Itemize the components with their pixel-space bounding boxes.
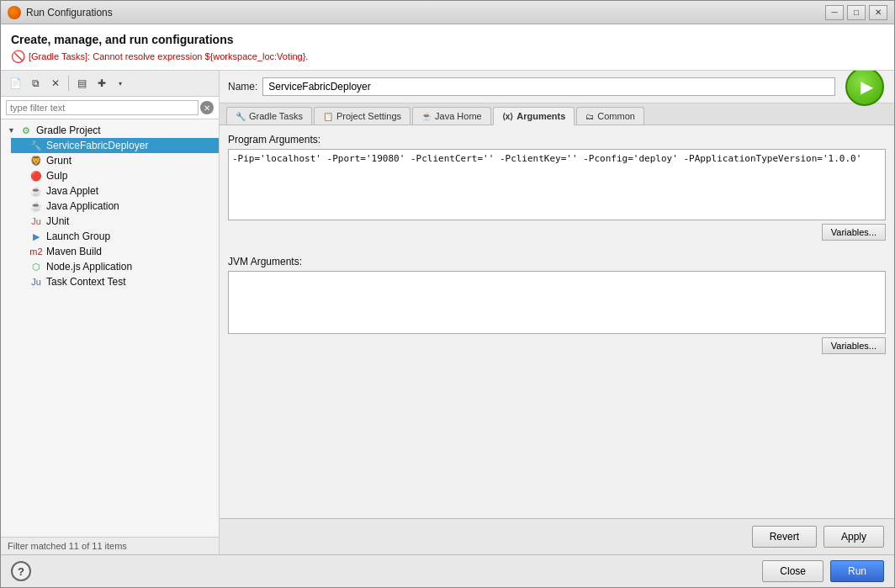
tree-item-task-context-test[interactable]: Ju Task Context Test [11, 274, 219, 289]
gradle-tasks-tab-label: Gradle Tasks [249, 111, 303, 121]
tree-item-gulp[interactable]: 🔴 Gulp [11, 168, 219, 183]
tree-children: 🔧 ServiceFabricDeployer 🦁 Grunt 🔴 Gulp [1, 138, 219, 289]
tab-gradle-tasks[interactable]: 🔧 Gradle Tasks [226, 107, 312, 124]
tree-item-label: ServiceFabricDeployer [46, 140, 148, 151]
grunt-icon: 🦁 [29, 156, 43, 167]
new-icon: 📄 [9, 77, 22, 89]
common-tab-label: Common [597, 111, 635, 121]
filter-input[interactable] [6, 100, 199, 115]
tab-project-settings[interactable]: 📋 Project Settings [314, 107, 410, 124]
project-settings-tab-label: Project Settings [336, 111, 401, 121]
tree-item-nodejs[interactable]: ⬡ Node.js Application [11, 259, 219, 274]
main-area: 📄 ⧉ ✕ ▤ ✚ ▾ ✕ [1, 71, 894, 554]
program-args-container [228, 149, 886, 220]
filter-clear-button[interactable]: ✕ [200, 101, 214, 114]
tree-item-launch-label: Launch Group [46, 230, 110, 242]
close-window-button[interactable]: ✕ [869, 5, 887, 20]
tab-common[interactable]: 🗂 Common [576, 107, 644, 124]
program-args-textarea[interactable] [229, 150, 885, 217]
tree-item-maven-label: Maven Build [46, 246, 102, 257]
common-tab-icon: 🗂 [585, 112, 594, 121]
close-button[interactable]: Close [762, 560, 824, 582]
help-button[interactable]: ? [11, 561, 31, 581]
gulp-icon: 🔴 [29, 171, 43, 182]
tree-item-maven-build[interactable]: m2 Maven Build [11, 244, 219, 259]
error-icon: 🚫 [11, 50, 25, 63]
gradle-tasks-tab-icon: 🔧 [236, 112, 246, 121]
new-config-button[interactable]: 📄 [6, 74, 24, 93]
tree-item-gulp-label: Gulp [46, 170, 67, 182]
tree-root-label: Gradle Project [36, 124, 101, 136]
revert-button[interactable]: Revert [752, 526, 817, 548]
add-button[interactable]: ✚ [93, 74, 111, 93]
jvm-args-container [228, 271, 886, 334]
tree-item-grunt-label: Grunt [46, 155, 71, 167]
tree-root-gradle-project[interactable]: ▼ ⚙ Gradle Project [1, 123, 219, 138]
run-play-icon: ▶ [861, 77, 873, 97]
maven-icon: m2 [29, 246, 43, 257]
delete-icon: ✕ [51, 77, 60, 89]
jvm-args-variables-button[interactable]: Variables... [822, 337, 886, 354]
project-settings-tab-icon: 📋 [323, 112, 333, 121]
sidebar: 📄 ⧉ ✕ ▤ ✚ ▾ ✕ [1, 71, 220, 554]
header-error: 🚫 [Gradle Tasks]: Cannot resolve express… [11, 50, 884, 63]
dialog-title: Run Configurations [26, 7, 113, 19]
tab-java-home[interactable]: ☕ Java Home [412, 107, 491, 124]
tree-item-nodejs-label: Node.js Application [46, 261, 132, 273]
more-button[interactable]: ▾ [113, 74, 128, 93]
sidebar-toolbar: 📄 ⧉ ✕ ▤ ✚ ▾ [1, 71, 219, 97]
jvm-args-label: JVM Arguments: [228, 256, 886, 268]
tabs-row: 🔧 Gradle Tasks 📋 Project Settings ☕ Java… [220, 103, 894, 125]
toolbar-separator-1 [68, 76, 69, 91]
program-args-variables-button[interactable]: Variables... [822, 224, 886, 241]
sidebar-status: Filter matched 11 of 11 items [1, 537, 219, 554]
gradle-project-icon: ⚙ [19, 125, 33, 136]
window-icon [8, 6, 21, 19]
run-configurations-dialog: Run Configurations ─ □ ✕ Create, manage,… [0, 0, 895, 588]
name-input[interactable] [262, 77, 835, 96]
launch-group-icon: ▶ [29, 231, 43, 242]
tree-item-java-application[interactable]: ☕ Java Application [11, 199, 219, 214]
minimize-button[interactable]: ─ [825, 5, 844, 20]
maximize-button[interactable]: □ [847, 5, 866, 20]
tree-item-launch-group[interactable]: ▶ Launch Group [11, 229, 219, 244]
add-icon: ✚ [98, 77, 106, 89]
title-bar-controls: ─ □ ✕ [825, 5, 887, 20]
tree-item-junit-label: JUnit [46, 215, 69, 227]
apply-button[interactable]: Apply [824, 526, 884, 548]
duplicate-icon: ⧉ [32, 77, 40, 89]
bottom-action-bar: Revert Apply [220, 518, 894, 554]
junit-icon: Ju [29, 216, 43, 226]
tree-item-java-applet[interactable]: ☕ Java Applet [11, 183, 219, 199]
task-icon: Ju [29, 277, 43, 287]
title-bar: Run Configurations ─ □ ✕ [1, 1, 894, 24]
arguments-tab-label: Arguments [516, 111, 565, 121]
tree-area: ▼ ⚙ Gradle Project 🔧 ServiceFabricDeploy… [1, 119, 219, 537]
name-row: Name: ▶ [220, 71, 894, 103]
error-message: [Gradle Tasks]: Cannot resolve expressio… [29, 51, 308, 61]
arguments-tab-icon: ⟨x⟩ [502, 112, 514, 121]
tree-item-junit[interactable]: Ju JUnit [11, 214, 219, 229]
arguments-content: Program Arguments: Variables... JVM Argu… [220, 125, 894, 518]
filter-button[interactable]: ▤ [72, 74, 91, 93]
tab-arguments[interactable]: ⟨x⟩ Arguments [493, 107, 575, 125]
expand-arrow: ▼ [8, 126, 16, 135]
duplicate-config-button[interactable]: ⧉ [26, 74, 45, 93]
title-bar-left: Run Configurations [8, 6, 113, 19]
tree-item-java-app-label: Java Application [46, 200, 119, 212]
header-area: Create, manage, and run configurations 🚫… [1, 24, 894, 71]
header-title: Create, manage, and run configurations [11, 33, 884, 46]
run-button[interactable]: Run [830, 560, 884, 582]
tree-item-task-label: Task Context Test [46, 276, 126, 288]
java-app-icon: ☕ [29, 201, 43, 212]
footer-right-buttons: Close Run [762, 560, 884, 582]
delete-config-button[interactable]: ✕ [46, 74, 65, 93]
java-home-tab-icon: ☕ [421, 112, 432, 121]
java-applet-icon: ☕ [29, 186, 43, 197]
tree-item-grunt[interactable]: 🦁 Grunt [11, 153, 219, 168]
tree-item-java-applet-label: Java Applet [46, 185, 98, 197]
run-big-button[interactable]: ▶ [845, 71, 884, 106]
jvm-args-textarea[interactable] [229, 272, 885, 331]
java-home-tab-label: Java Home [435, 111, 482, 121]
tree-item-service-fabric-deployer[interactable]: 🔧 ServiceFabricDeployer [11, 138, 219, 153]
